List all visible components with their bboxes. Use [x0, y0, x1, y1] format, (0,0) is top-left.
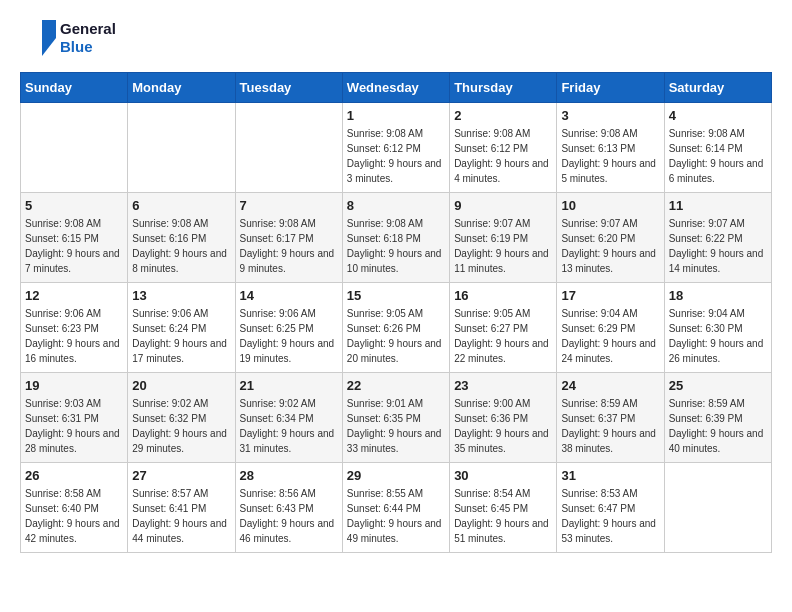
day-number: 9 — [454, 198, 552, 213]
calendar-cell: 9Sunrise: 9:07 AMSunset: 6:19 PMDaylight… — [450, 193, 557, 283]
day-number: 18 — [669, 288, 767, 303]
calendar-cell: 29Sunrise: 8:55 AMSunset: 6:44 PMDayligh… — [342, 463, 449, 553]
calendar-cell: 19Sunrise: 9:03 AMSunset: 6:31 PMDayligh… — [21, 373, 128, 463]
calendar-cell: 20Sunrise: 9:02 AMSunset: 6:32 PMDayligh… — [128, 373, 235, 463]
day-info: Sunrise: 8:56 AMSunset: 6:43 PMDaylight:… — [240, 486, 338, 546]
day-number: 30 — [454, 468, 552, 483]
calendar-cell: 16Sunrise: 9:05 AMSunset: 6:27 PMDayligh… — [450, 283, 557, 373]
day-info: Sunrise: 9:08 AMSunset: 6:14 PMDaylight:… — [669, 126, 767, 186]
calendar-cell: 17Sunrise: 9:04 AMSunset: 6:29 PMDayligh… — [557, 283, 664, 373]
calendar-week-1: 1Sunrise: 9:08 AMSunset: 6:12 PMDaylight… — [21, 103, 772, 193]
calendar-cell: 14Sunrise: 9:06 AMSunset: 6:25 PMDayligh… — [235, 283, 342, 373]
day-number: 26 — [25, 468, 123, 483]
day-number: 23 — [454, 378, 552, 393]
calendar-week-5: 26Sunrise: 8:58 AMSunset: 6:40 PMDayligh… — [21, 463, 772, 553]
calendar-cell: 4Sunrise: 9:08 AMSunset: 6:14 PMDaylight… — [664, 103, 771, 193]
day-number: 21 — [240, 378, 338, 393]
day-info: Sunrise: 8:54 AMSunset: 6:45 PMDaylight:… — [454, 486, 552, 546]
calendar-cell: 25Sunrise: 8:59 AMSunset: 6:39 PMDayligh… — [664, 373, 771, 463]
day-info: Sunrise: 9:04 AMSunset: 6:30 PMDaylight:… — [669, 306, 767, 366]
day-info: Sunrise: 9:08 AMSunset: 6:18 PMDaylight:… — [347, 216, 445, 276]
day-info: Sunrise: 9:00 AMSunset: 6:36 PMDaylight:… — [454, 396, 552, 456]
day-info: Sunrise: 9:08 AMSunset: 6:12 PMDaylight:… — [347, 126, 445, 186]
header-wednesday: Wednesday — [342, 73, 449, 103]
day-info: Sunrise: 9:04 AMSunset: 6:29 PMDaylight:… — [561, 306, 659, 366]
day-number: 25 — [669, 378, 767, 393]
header-tuesday: Tuesday — [235, 73, 342, 103]
calendar-cell: 27Sunrise: 8:57 AMSunset: 6:41 PMDayligh… — [128, 463, 235, 553]
day-info: Sunrise: 8:53 AMSunset: 6:47 PMDaylight:… — [561, 486, 659, 546]
calendar-cell: 12Sunrise: 9:06 AMSunset: 6:23 PMDayligh… — [21, 283, 128, 373]
day-info: Sunrise: 9:08 AMSunset: 6:15 PMDaylight:… — [25, 216, 123, 276]
day-info: Sunrise: 8:55 AMSunset: 6:44 PMDaylight:… — [347, 486, 445, 546]
svg-marker-1 — [42, 20, 56, 56]
day-info: Sunrise: 8:57 AMSunset: 6:41 PMDaylight:… — [132, 486, 230, 546]
logo-line2: Blue — [60, 38, 116, 56]
calendar-cell: 6Sunrise: 9:08 AMSunset: 6:16 PMDaylight… — [128, 193, 235, 283]
day-number: 10 — [561, 198, 659, 213]
day-info: Sunrise: 9:08 AMSunset: 6:12 PMDaylight:… — [454, 126, 552, 186]
day-number: 12 — [25, 288, 123, 303]
calendar-cell: 31Sunrise: 8:53 AMSunset: 6:47 PMDayligh… — [557, 463, 664, 553]
day-info: Sunrise: 9:08 AMSunset: 6:16 PMDaylight:… — [132, 216, 230, 276]
calendar-cell: 13Sunrise: 9:06 AMSunset: 6:24 PMDayligh… — [128, 283, 235, 373]
calendar-cell — [128, 103, 235, 193]
calendar-cell: 15Sunrise: 9:05 AMSunset: 6:26 PMDayligh… — [342, 283, 449, 373]
calendar-cell: 10Sunrise: 9:07 AMSunset: 6:20 PMDayligh… — [557, 193, 664, 283]
day-info: Sunrise: 8:59 AMSunset: 6:39 PMDaylight:… — [669, 396, 767, 456]
day-number: 3 — [561, 108, 659, 123]
day-info: Sunrise: 9:02 AMSunset: 6:32 PMDaylight:… — [132, 396, 230, 456]
calendar-cell: 5Sunrise: 9:08 AMSunset: 6:15 PMDaylight… — [21, 193, 128, 283]
day-info: Sunrise: 9:03 AMSunset: 6:31 PMDaylight:… — [25, 396, 123, 456]
calendar-cell: 21Sunrise: 9:02 AMSunset: 6:34 PMDayligh… — [235, 373, 342, 463]
day-number: 1 — [347, 108, 445, 123]
calendar-cell: 1Sunrise: 9:08 AMSunset: 6:12 PMDaylight… — [342, 103, 449, 193]
day-number: 22 — [347, 378, 445, 393]
day-number: 6 — [132, 198, 230, 213]
calendar-cell: 7Sunrise: 9:08 AMSunset: 6:17 PMDaylight… — [235, 193, 342, 283]
calendar-week-3: 12Sunrise: 9:06 AMSunset: 6:23 PMDayligh… — [21, 283, 772, 373]
calendar-cell: 24Sunrise: 8:59 AMSunset: 6:37 PMDayligh… — [557, 373, 664, 463]
day-info: Sunrise: 9:08 AMSunset: 6:17 PMDaylight:… — [240, 216, 338, 276]
day-number: 2 — [454, 108, 552, 123]
day-info: Sunrise: 9:07 AMSunset: 6:19 PMDaylight:… — [454, 216, 552, 276]
calendar-week-2: 5Sunrise: 9:08 AMSunset: 6:15 PMDaylight… — [21, 193, 772, 283]
day-info: Sunrise: 9:07 AMSunset: 6:20 PMDaylight:… — [561, 216, 659, 276]
day-info: Sunrise: 9:06 AMSunset: 6:24 PMDaylight:… — [132, 306, 230, 366]
header-thursday: Thursday — [450, 73, 557, 103]
day-number: 8 — [347, 198, 445, 213]
day-number: 15 — [347, 288, 445, 303]
day-number: 16 — [454, 288, 552, 303]
calendar-cell: 23Sunrise: 9:00 AMSunset: 6:36 PMDayligh… — [450, 373, 557, 463]
day-info: Sunrise: 8:59 AMSunset: 6:37 PMDaylight:… — [561, 396, 659, 456]
calendar-cell: 18Sunrise: 9:04 AMSunset: 6:30 PMDayligh… — [664, 283, 771, 373]
calendar-cell: 28Sunrise: 8:56 AMSunset: 6:43 PMDayligh… — [235, 463, 342, 553]
calendar-cell: 30Sunrise: 8:54 AMSunset: 6:45 PMDayligh… — [450, 463, 557, 553]
day-number: 24 — [561, 378, 659, 393]
calendar-cell — [21, 103, 128, 193]
day-info: Sunrise: 9:07 AMSunset: 6:22 PMDaylight:… — [669, 216, 767, 276]
day-number: 17 — [561, 288, 659, 303]
day-info: Sunrise: 9:01 AMSunset: 6:35 PMDaylight:… — [347, 396, 445, 456]
day-info: Sunrise: 9:05 AMSunset: 6:27 PMDaylight:… — [454, 306, 552, 366]
day-number: 5 — [25, 198, 123, 213]
day-number: 4 — [669, 108, 767, 123]
calendar-cell: 11Sunrise: 9:07 AMSunset: 6:22 PMDayligh… — [664, 193, 771, 283]
logo-line1: General — [60, 20, 116, 38]
calendar-cell — [664, 463, 771, 553]
calendar-cell — [235, 103, 342, 193]
day-number: 20 — [132, 378, 230, 393]
day-number: 11 — [669, 198, 767, 213]
day-number: 7 — [240, 198, 338, 213]
calendar-week-4: 19Sunrise: 9:03 AMSunset: 6:31 PMDayligh… — [21, 373, 772, 463]
svg-rect-0 — [20, 20, 42, 56]
day-number: 19 — [25, 378, 123, 393]
header-saturday: Saturday — [664, 73, 771, 103]
header-friday: Friday — [557, 73, 664, 103]
logo-svg — [20, 20, 56, 56]
day-number: 14 — [240, 288, 338, 303]
calendar-cell: 3Sunrise: 9:08 AMSunset: 6:13 PMDaylight… — [557, 103, 664, 193]
day-number: 27 — [132, 468, 230, 483]
calendar-table: SundayMondayTuesdayWednesdayThursdayFrid… — [20, 72, 772, 553]
logo: General Blue — [20, 20, 116, 56]
